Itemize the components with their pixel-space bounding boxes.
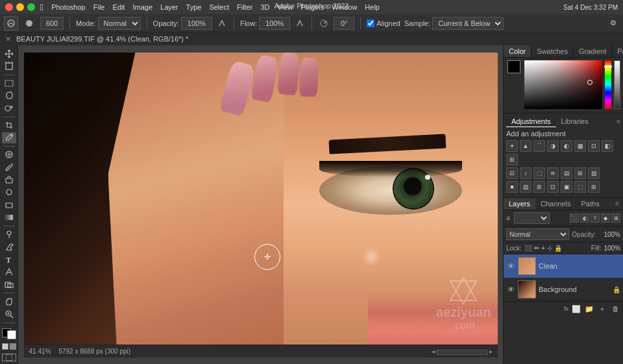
tab-paths[interactable]: Paths [576, 198, 605, 210]
filter-type-icon[interactable]: T [591, 213, 600, 223]
adj-extra2[interactable]: ▣ [561, 181, 572, 193]
hue-saturation-icon[interactable]: ▩ [574, 140, 586, 152]
layer-visibility-clean[interactable]: 👁 [506, 261, 515, 271]
tool-preset-picker[interactable] [4, 16, 18, 30]
menu-photoshop[interactable]: Photoshop [51, 3, 86, 11]
brightness-contrast-icon[interactable]: ☀ [506, 140, 518, 152]
blend-mode-select[interactable]: Normal [506, 228, 569, 240]
filter-shape-icon[interactable]: ◆ [601, 213, 610, 223]
scroll-right-icon[interactable]: ▸ [489, 348, 493, 355]
filter-adjust-icon[interactable]: ◐ [580, 213, 589, 223]
solid-color-icon[interactable]: ■ [506, 181, 518, 193]
pressure-opacity-icon[interactable] [216, 18, 228, 29]
photo-filter-icon[interactable]: ⊞ [506, 154, 518, 165]
alpha-bar[interactable] [614, 60, 620, 109]
background-color[interactable] [7, 330, 16, 339]
move-tool[interactable] [2, 48, 16, 59]
type-tool[interactable]: T [2, 254, 16, 265]
lock-move-icon[interactable]: ⊹ [547, 245, 552, 252]
adj-extra4[interactable]: ⊞ [588, 181, 600, 193]
tab-swatches[interactable]: Swatches [531, 45, 574, 57]
menu-3d[interactable]: 3D [260, 3, 269, 11]
menu-filter[interactable]: Filter [237, 3, 252, 11]
color-boxes[interactable] [2, 328, 16, 339]
menu-type[interactable]: Type [186, 3, 202, 11]
channel-mixer-icon[interactable]: ⊟ [506, 167, 518, 179]
quick-mask-mode[interactable] [10, 343, 16, 350]
close-button[interactable] [5, 3, 13, 11]
tab-color[interactable]: Color [504, 45, 531, 57]
lock-transparent-icon[interactable]: ⬛ [524, 245, 532, 252]
menu-image[interactable]: Image [132, 3, 153, 11]
color-gradient[interactable] [524, 60, 602, 109]
add-mask-button[interactable]: ⬜ [571, 304, 581, 314]
settings-icon[interactable]: ⚙ [607, 18, 619, 29]
lock-paint-icon[interactable]: ✏ [534, 245, 539, 252]
menu-select[interactable]: Select [209, 3, 229, 11]
color-balance-icon[interactable]: ⊡ [588, 140, 600, 152]
vibrance-icon[interactable]: ◐ [561, 140, 572, 152]
screen-modes[interactable] [2, 354, 16, 361]
shape-tool[interactable] [2, 279, 16, 290]
tab-libraries[interactable]: Libraries [556, 116, 594, 127]
zoom-tool[interactable] [2, 308, 16, 319]
levels-icon[interactable]: ▲ [520, 140, 531, 152]
pressure-flow-icon[interactable] [294, 18, 306, 29]
selective-color-icon[interactable]: ▧ [588, 167, 600, 179]
menu-layer[interactable]: Layer [160, 3, 178, 11]
gradient-tool[interactable] [2, 212, 16, 223]
hue-bar[interactable] [605, 60, 611, 109]
eraser-tool[interactable] [2, 199, 16, 210]
lock-artboard-icon[interactable]: + [541, 245, 545, 252]
new-layer-button[interactable]: + [597, 304, 607, 314]
tab-adjustments[interactable]: Adjustments [506, 116, 556, 127]
history-brush-tool[interactable] [2, 187, 16, 198]
menu-help[interactable]: Help [365, 3, 380, 11]
bw-icon[interactable]: ◧ [602, 140, 613, 152]
exposure-icon[interactable]: ◑ [547, 140, 559, 152]
kind-select[interactable]: Kind [514, 212, 550, 224]
pattern-fill-icon[interactable]: ⊞ [533, 181, 545, 193]
brush-size-input[interactable] [40, 17, 64, 30]
canvas-area[interactable]: ✛ aeziyuan .com Udemy [18, 45, 503, 364]
layers-panel-options[interactable]: ≡ [611, 198, 623, 210]
tab-patterns[interactable]: Patterns [612, 45, 623, 57]
adj-panel-options[interactable]: ≡ [617, 118, 620, 125]
apple-logo-icon[interactable]:  [40, 2, 43, 12]
layer-visibility-background[interactable]: 👁 [506, 285, 515, 294]
artboard-tool[interactable] [2, 60, 16, 71]
mode-select[interactable]: Normal [98, 17, 141, 30]
color-lookup-icon[interactable]: ♪ [520, 167, 531, 179]
healing-brush-tool[interactable] [2, 149, 16, 160]
flow-input[interactable] [259, 17, 290, 30]
adj-extra3[interactable]: ⬚ [574, 181, 586, 193]
aligned-checkbox[interactable] [367, 19, 374, 27]
brush-tool[interactable] [2, 162, 16, 173]
posterize-icon[interactable]: ≋ [547, 167, 559, 179]
foreground-swatch[interactable] [507, 60, 520, 73]
maximize-button[interactable] [27, 3, 35, 11]
hand-tool[interactable] [2, 296, 16, 307]
minimize-button[interactable] [16, 3, 24, 11]
layer-item-background[interactable]: 👁 Background 🔒 [504, 278, 623, 301]
tab-channels[interactable]: Channels [535, 198, 576, 210]
new-group-button[interactable]: 📁 [584, 304, 594, 314]
h-scrollbar[interactable] [436, 350, 488, 355]
lock-all-icon[interactable]: 🔒 [554, 245, 562, 252]
delete-layer-button[interactable]: 🗑 [610, 304, 620, 314]
eyedropper-tool[interactable] [2, 132, 16, 143]
invert-icon[interactable]: ⬚ [533, 167, 545, 179]
pen-tool[interactable] [2, 241, 16, 252]
tab-gradient[interactable]: Gradient [574, 45, 612, 57]
filter-smart-icon[interactable]: ⊞ [611, 213, 620, 223]
gradient-map-icon[interactable]: ⊞ [574, 167, 586, 179]
lasso-tool[interactable] [2, 90, 16, 101]
marquee-tool[interactable] [2, 77, 16, 88]
crop-tool[interactable] [2, 119, 16, 130]
curves-icon[interactable]: ⌒ [533, 140, 545, 152]
canvas[interactable]: ✛ aeziyuan .com Udemy [24, 53, 498, 358]
normal-mode[interactable] [2, 343, 8, 350]
threshold-icon[interactable]: ▤ [561, 167, 572, 179]
path-selection-tool[interactable] [2, 267, 16, 278]
gradient-fill-icon[interactable]: ▨ [520, 181, 531, 193]
